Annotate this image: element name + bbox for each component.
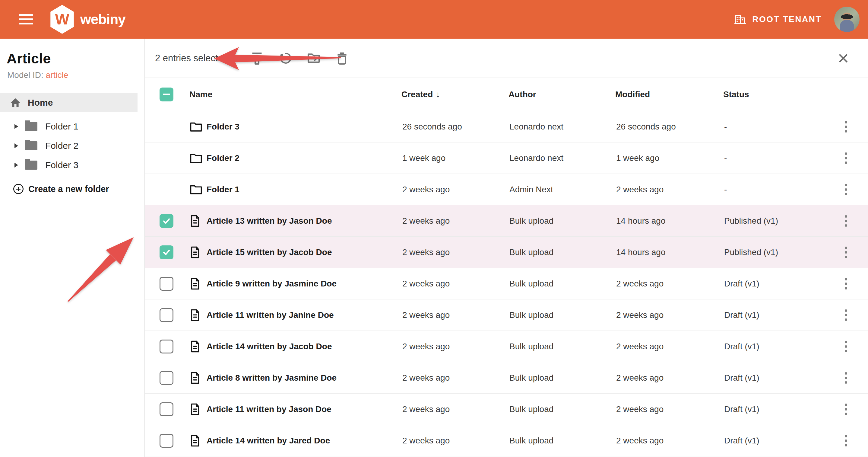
row-checkbox[interactable] xyxy=(159,340,174,353)
entry-status: Draft (v1) xyxy=(724,342,824,351)
table-row[interactable]: Article 13 written by Jason Doe 2 weeks … xyxy=(145,205,868,237)
entry-created: 2 weeks ago xyxy=(402,373,509,383)
row-actions-menu-icon[interactable] xyxy=(837,182,855,197)
table-row[interactable]: Article 14 written by Jared Doe 2 weeks … xyxy=(145,425,868,456)
entry-author: Bulk upload xyxy=(509,373,616,383)
entry-status: - xyxy=(724,185,824,194)
entry-modified: 2 weeks ago xyxy=(616,342,724,351)
entry-status: Draft (v1) xyxy=(724,310,824,320)
entry-name[interactable]: Article 13 written by Jason Doe xyxy=(207,216,402,226)
avatar[interactable] xyxy=(834,7,860,32)
plus-circle-icon xyxy=(13,184,24,194)
row-actions-menu-icon[interactable] xyxy=(837,339,855,354)
entry-name[interactable]: Folder 1 xyxy=(207,185,402,194)
selection-count: 2 entries selected: xyxy=(155,53,231,64)
entry-author: Bulk upload xyxy=(509,216,616,226)
publish-icon xyxy=(250,51,264,65)
table-row[interactable]: Article 11 written by Janine Doe 2 weeks… xyxy=(145,299,868,331)
tenant-label: ROOT TENANT xyxy=(752,15,822,24)
entry-name[interactable]: Article 8 written by Jasmine Doe xyxy=(207,373,402,383)
entry-status: Draft (v1) xyxy=(724,279,824,289)
entry-name[interactable]: Article 11 written by Janine Doe xyxy=(207,310,402,320)
row-actions-menu-icon[interactable] xyxy=(837,213,855,229)
page-title: Article xyxy=(7,50,145,67)
entry-name[interactable]: Article 14 written by Jared Doe xyxy=(207,436,402,446)
entry-author: Admin Next xyxy=(509,185,616,194)
entry-modified: 2 weeks ago xyxy=(616,310,724,320)
entries-table: Folder 3 26 seconds ago Leonardo next 26… xyxy=(145,111,868,456)
delete-entries-button[interactable] xyxy=(333,49,351,67)
row-actions-menu-icon[interactable] xyxy=(837,308,855,323)
table-row[interactable]: Folder 3 26 seconds ago Leonardo next 26… xyxy=(145,111,868,142)
table-row[interactable]: Article 9 written by Jasmine Doe 2 weeks… xyxy=(145,268,868,299)
row-actions-menu-icon[interactable] xyxy=(837,151,855,166)
entry-name[interactable]: Article 15 written by Jacob Doe xyxy=(207,248,402,257)
chevron-right-icon[interactable] xyxy=(14,124,18,129)
sort-desc-icon: ↓ xyxy=(436,90,440,99)
move-to-folder-button[interactable] xyxy=(305,49,323,67)
document-icon xyxy=(189,371,201,384)
column-header-author[interactable]: Author xyxy=(508,90,615,99)
close-selection-button[interactable] xyxy=(835,50,851,66)
row-checkbox[interactable] xyxy=(159,308,174,322)
entry-status: - xyxy=(724,122,824,132)
row-actions-menu-icon[interactable] xyxy=(837,370,855,385)
document-icon xyxy=(189,403,201,416)
row-checkbox[interactable] xyxy=(159,246,174,259)
chevron-right-icon[interactable] xyxy=(14,143,18,148)
row-checkbox[interactable] xyxy=(159,277,174,291)
trash-icon xyxy=(335,51,349,65)
column-header-name[interactable]: Name xyxy=(189,90,401,99)
unpublish-entries-button[interactable] xyxy=(276,49,294,67)
chevron-right-icon[interactable] xyxy=(14,163,18,168)
entry-created: 26 seconds ago xyxy=(402,122,509,132)
row-actions-menu-icon[interactable] xyxy=(837,119,855,134)
table-row[interactable]: Folder 2 1 week ago Leonardo next 1 week… xyxy=(145,142,868,174)
sidebar-folder-item[interactable]: Folder 2 xyxy=(0,136,145,155)
entry-created: 2 weeks ago xyxy=(402,185,509,194)
publish-entries-button[interactable] xyxy=(248,49,266,67)
sidebar-folder-item[interactable]: Folder 3 xyxy=(0,155,145,175)
document-icon xyxy=(189,340,201,353)
organization-icon xyxy=(734,13,747,25)
entry-created: 2 weeks ago xyxy=(402,279,509,289)
select-all-checkbox[interactable] xyxy=(159,88,174,102)
table-row[interactable]: Article 14 written by Jacob Doe 2 weeks … xyxy=(145,331,868,362)
table-row[interactable]: Folder 1 2 weeks ago Admin Next 2 weeks … xyxy=(145,174,868,205)
row-actions-menu-icon[interactable] xyxy=(837,433,855,448)
create-folder-button[interactable]: Create a new folder xyxy=(0,184,145,194)
model-id-link[interactable]: article xyxy=(46,70,68,80)
column-header-status[interactable]: Status xyxy=(723,90,823,99)
table-row[interactable]: Article 15 written by Jacob Doe 2 weeks … xyxy=(145,237,868,268)
table-row[interactable]: Article 11 written by Jason Doe 2 weeks … xyxy=(145,394,868,425)
entry-name[interactable]: Article 14 written by Jacob Doe xyxy=(207,342,402,351)
entry-name[interactable]: Article 11 written by Jason Doe xyxy=(207,404,402,414)
row-checkbox[interactable] xyxy=(159,214,174,228)
entry-name[interactable]: Folder 2 xyxy=(207,153,402,163)
entry-status: Draft (v1) xyxy=(724,404,824,414)
row-checkbox[interactable] xyxy=(159,402,174,416)
entry-status: Draft (v1) xyxy=(724,436,824,446)
menu-icon[interactable] xyxy=(19,14,33,24)
model-id: Model ID: article xyxy=(7,70,145,80)
entry-created: 2 weeks ago xyxy=(402,216,509,226)
folder-icon xyxy=(25,141,37,150)
sidebar-folder-item[interactable]: Folder 1 xyxy=(0,117,145,136)
row-actions-menu-icon[interactable] xyxy=(837,276,855,291)
table-row[interactable]: Article 8 written by Jasmine Doe 2 weeks… xyxy=(145,362,868,394)
webiny-wordmark: webiny xyxy=(80,11,125,27)
entry-author: Bulk upload xyxy=(509,404,616,414)
table-header: Name Created↓ Author Modified Status xyxy=(145,78,868,111)
row-actions-menu-icon[interactable] xyxy=(837,402,855,417)
row-actions-menu-icon[interactable] xyxy=(837,245,855,260)
entry-author: Bulk upload xyxy=(509,436,616,446)
row-checkbox[interactable] xyxy=(159,434,174,448)
entry-name[interactable]: Article 9 written by Jasmine Doe xyxy=(207,279,402,289)
sidebar-item-home[interactable]: Home xyxy=(0,93,137,112)
column-header-created[interactable]: Created xyxy=(401,90,433,99)
row-checkbox[interactable] xyxy=(159,371,174,385)
tenant-selector[interactable]: ROOT TENANT xyxy=(734,13,822,25)
entry-name[interactable]: Folder 3 xyxy=(207,122,402,132)
entry-modified: 2 weeks ago xyxy=(616,404,724,414)
column-header-modified[interactable]: Modified xyxy=(615,90,723,99)
